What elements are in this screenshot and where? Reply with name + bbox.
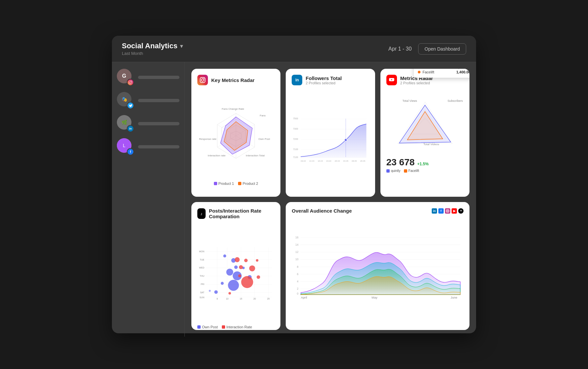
svg-text:🎭: 🎭 [122, 97, 127, 102]
key-metrics-chart: Fans Change Rate Fans Own Post Interacti… [197, 89, 274, 185]
tooltip-row-1: Facelift Data Studio 2,500.00 [418, 69, 469, 69]
svg-point-93 [239, 265, 243, 269]
legend-dot-product2 [238, 182, 241, 185]
facebook-social-icon: f [438, 208, 444, 214]
metrics-radar-card: 06.05.2024 Facelift Data Studio 2,500.00… [380, 69, 469, 197]
header-title: Social Analytics ▾ [122, 42, 183, 50]
instagram-badge [127, 79, 134, 86]
svg-point-99 [257, 275, 260, 279]
tooltip-value-1: 2,500.00 [456, 69, 469, 69]
svg-text:Own Post: Own Post [258, 138, 270, 141]
svg-text:14: 14 [295, 243, 299, 246]
metrics-change: +1.5% [417, 162, 428, 166]
sidebar-item-linkedin[interactable]: 🌿 in [117, 115, 179, 132]
metrics-legend: quintly Facelift [386, 169, 464, 173]
main-container: Social Analytics ▾ Last Month Apr 1 - 30… [112, 36, 476, 333]
svg-point-100 [228, 292, 231, 295]
avatar-instagram: G [117, 69, 134, 86]
svg-text:TUE: TUE [200, 259, 205, 261]
linkedin-social-icon: in [432, 208, 437, 214]
twitter-badge [127, 102, 134, 109]
tooltip-row-2: Facelift 1,400.00 [418, 70, 469, 74]
svg-point-96 [256, 259, 259, 262]
svg-point-94 [249, 266, 255, 271]
svg-text:10: 10 [226, 298, 229, 300]
tiktok-icon: ♪ [197, 208, 206, 219]
facebook-badge: f [127, 148, 134, 155]
svg-text:Total Videos: Total Videos [423, 143, 439, 146]
legend-item-product1: Product 1 [214, 182, 234, 185]
key-metrics-header: Key Metrics Radar [197, 75, 274, 85]
radar-legend: Product 1 Product 2 [214, 182, 258, 185]
legend-dot-facelift [404, 169, 407, 173]
svg-text:08.05: 08.05 [352, 160, 357, 162]
key-metrics-card: Key Metrics Radar Fans Change Rate Fans … [191, 69, 280, 197]
scatter-chart-svg: MON TUE WED THU FRI SAT SUN [197, 223, 274, 321]
svg-text:SAT: SAT [200, 291, 204, 294]
sidebar-bar-twitter [138, 99, 179, 102]
svg-point-89 [228, 280, 239, 291]
sidebar-item-facebook[interactable]: L f [117, 138, 179, 155]
svg-text:April: April [301, 296, 307, 299]
posts-header: ♪ Posts/Interaction Rate Comparation [197, 208, 274, 219]
svg-point-4 [131, 81, 132, 82]
followers-header: in Followers Total 2 Profiles selected [292, 75, 369, 85]
sidebar-item-instagram[interactable]: G [117, 69, 179, 86]
svg-text:7100: 7100 [293, 148, 298, 150]
youtube-radar-svg: Total Views Subscribers Total Videos [386, 89, 464, 153]
svg-rect-2 [129, 81, 132, 84]
tooltip-dot-2 [418, 71, 420, 73]
followers-title: Followers Total [306, 75, 342, 81]
svg-text:THU: THU [200, 275, 204, 277]
legend-label-product1: Product 1 [219, 182, 234, 185]
svg-text:28.05: 28.05 [360, 160, 366, 162]
svg-point-13 [204, 78, 204, 79]
svg-rect-11 [200, 78, 205, 83]
svg-text:🌿: 🌿 [122, 120, 127, 125]
header: Social Analytics ▾ Last Month Apr 1 - 30… [112, 36, 476, 62]
tooltip-popup: 06.05.2024 Facelift Data Studio 2,500.00… [414, 69, 469, 78]
legend-item-product2: Product 2 [238, 182, 258, 185]
audience-chart-svg: 16 14 12 10 8 6 4 2 0 [292, 218, 464, 315]
tooltip-label-1: Facelift Data Studio [422, 69, 454, 69]
svg-point-95 [244, 259, 248, 262]
svg-text:June: June [451, 296, 457, 299]
header-left: Social Analytics ▾ Last Month [122, 42, 183, 56]
sidebar-bar-instagram [138, 76, 179, 79]
x-social-icon: ✕ [458, 208, 464, 214]
svg-text:Interaction rate: Interaction rate [208, 154, 225, 157]
svg-text:WED: WED [199, 266, 204, 269]
svg-point-81 [223, 255, 226, 258]
open-dashboard-button[interactable]: Open Dashboard [418, 43, 466, 55]
svg-text:Subscribers: Subscribers [447, 99, 463, 102]
legend-dot-product1 [214, 182, 217, 185]
chevron-down-icon[interactable]: ▾ [180, 43, 183, 49]
instagram-icon [197, 75, 208, 85]
metrics-radar-subtitle: 2 Profiles selected [400, 81, 433, 85]
tooltip-label-2: Facelift [422, 70, 454, 74]
sidebar-item-twitter[interactable]: 🎭 [117, 92, 179, 109]
svg-point-91 [209, 290, 211, 292]
svg-text:SUN: SUN [200, 296, 204, 299]
legend-label-interaction-rate: Interaction Rate [226, 325, 252, 329]
sidebar: G 🎭 [112, 62, 185, 337]
followers-card: in Followers Total 2 Profiles selected 7… [286, 69, 375, 197]
social-icons-row: in f ▶ ✕ [432, 208, 464, 214]
linkedin-badge: in [127, 125, 134, 132]
header-subtitle: Last Month [122, 51, 183, 56]
radar-svg: Fans Change Rate Fans Own Post Interacti… [197, 89, 274, 179]
svg-text:12: 12 [295, 250, 299, 254]
posts-interaction-card: ♪ Posts/Interaction Rate Comparation MON… [191, 202, 280, 330]
instagram-social-icon [445, 208, 450, 214]
linkedin-card-icon: in [292, 75, 302, 85]
sidebar-bar-facebook [138, 145, 179, 148]
svg-text:7100: 7100 [293, 156, 298, 158]
svg-point-3 [130, 82, 131, 83]
svg-text:04.05: 04.05 [343, 160, 349, 162]
svg-text:7300: 7300 [293, 128, 298, 130]
audience-header: Overall Audience Change in f ▶ ✕ [292, 208, 464, 214]
svg-text:L: L [123, 143, 125, 148]
legend-label-own-post: Own Post [202, 325, 218, 329]
content-area: G 🎭 [112, 62, 476, 337]
svg-point-12 [201, 79, 204, 81]
